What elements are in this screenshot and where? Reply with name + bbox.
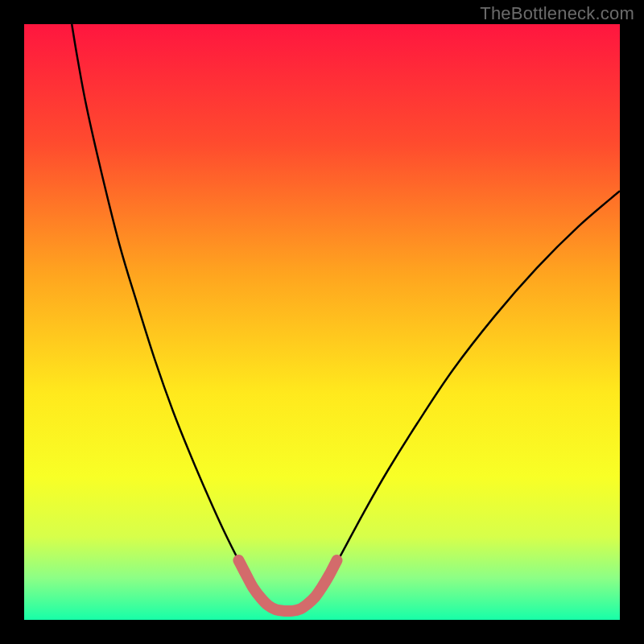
gradient-background [24, 24, 620, 620]
chart-frame: TheBottleneck.com [0, 0, 644, 644]
watermark-text: TheBottleneck.com [480, 3, 634, 24]
plot-area [24, 24, 620, 620]
chart-svg [24, 24, 620, 620]
